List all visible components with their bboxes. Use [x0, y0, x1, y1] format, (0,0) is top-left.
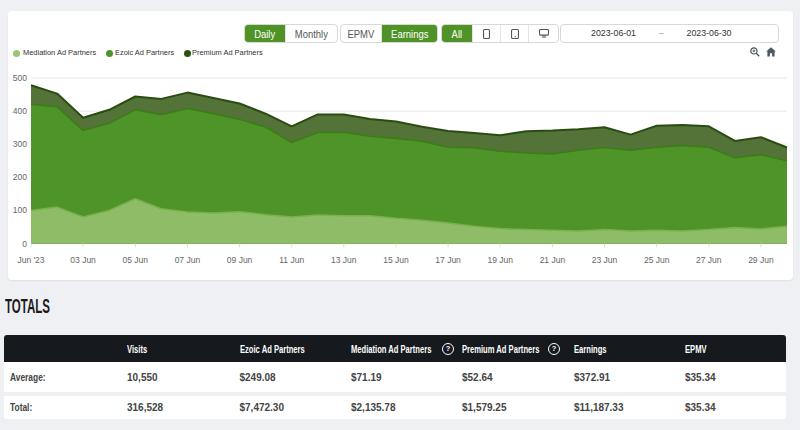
svg-text:400: 400 [13, 106, 27, 116]
svg-text:03 Jun: 03 Jun [70, 255, 96, 265]
svg-text:11 Jun: 11 Jun [279, 255, 304, 265]
svg-text:0: 0 [22, 239, 27, 249]
svg-text:15 Jun: 15 Jun [383, 255, 409, 265]
svg-text:23 Jun: 23 Jun [592, 255, 618, 265]
svg-text:500: 500 [13, 73, 27, 83]
svg-text:17 Jun: 17 Jun [435, 255, 461, 265]
svg-text:100: 100 [13, 205, 27, 215]
svg-text:Jun '23: Jun '23 [17, 255, 44, 265]
svg-text:27 Jun: 27 Jun [696, 255, 722, 265]
svg-text:29 Jun: 29 Jun [748, 255, 774, 265]
svg-text:21 Jun: 21 Jun [540, 255, 566, 265]
svg-text:09 Jun: 09 Jun [227, 255, 253, 265]
svg-text:05 Jun: 05 Jun [123, 255, 149, 265]
svg-text:07 Jun: 07 Jun [175, 255, 201, 265]
svg-text:300: 300 [13, 139, 27, 149]
svg-text:200: 200 [13, 172, 27, 182]
svg-text:19 Jun: 19 Jun [487, 255, 513, 265]
svg-text:13 Jun: 13 Jun [331, 255, 357, 265]
svg-text:25 Jun: 25 Jun [644, 255, 670, 265]
